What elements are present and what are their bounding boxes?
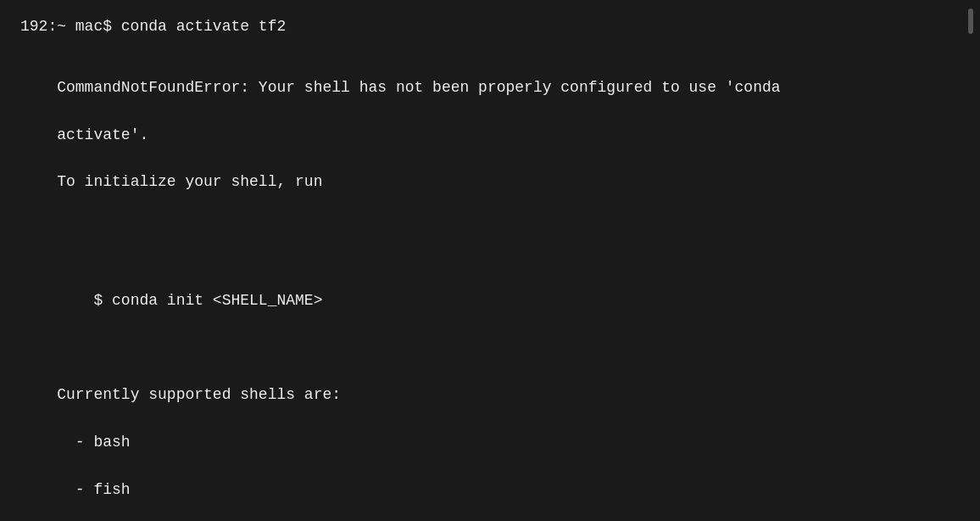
error-line-3: To initialize your shell, run bbox=[57, 173, 322, 190]
shell-fish: - fish bbox=[57, 481, 130, 498]
error-output: CommandNotFoundError: Your shell has not… bbox=[20, 53, 960, 242]
shells-section: Currently supported shells are: - bash -… bbox=[20, 360, 960, 521]
shell-bash: - bash bbox=[57, 434, 130, 451]
init-command: $ conda init <SHELL_NAME> bbox=[57, 292, 322, 309]
shells-header: Currently supported shells are: bbox=[57, 386, 341, 403]
prompt-text: 192:~ mac$ conda activate tf2 bbox=[20, 15, 286, 39]
error-line-1: CommandNotFoundError: Your shell has not… bbox=[57, 79, 780, 96]
terminal-window[interactable]: 192:~ mac$ conda activate tf2 CommandNot… bbox=[0, 0, 980, 521]
error-line-2: activate'. bbox=[57, 126, 148, 143]
prompt-line: 192:~ mac$ conda activate tf2 bbox=[20, 15, 960, 39]
init-command-block: $ conda init <SHELL_NAME> bbox=[20, 266, 960, 337]
scrollbar[interactable] bbox=[968, 8, 973, 34]
